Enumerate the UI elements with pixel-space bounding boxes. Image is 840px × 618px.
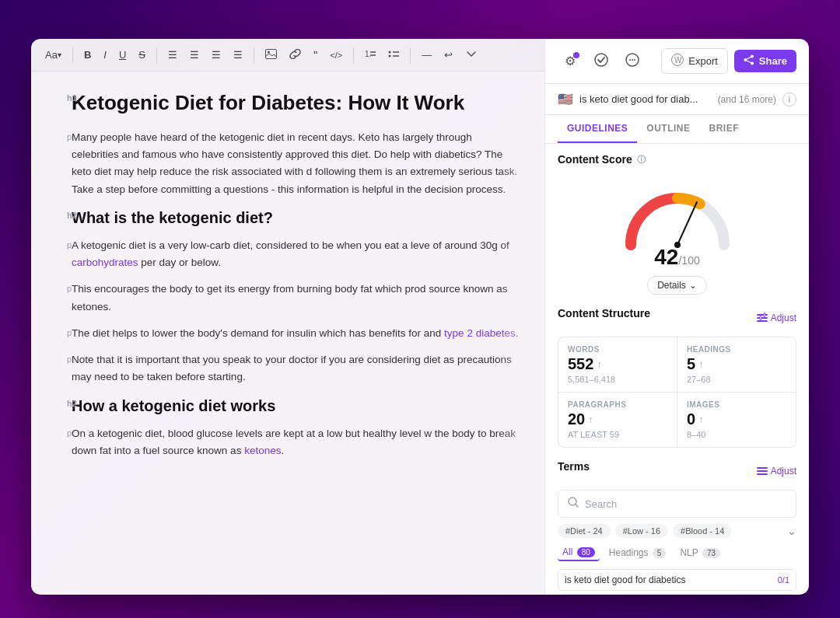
align-center-btn[interactable]: ☰	[185, 46, 204, 64]
p5-block: p Note that it is important that you spe…	[56, 351, 520, 386]
tab-brief[interactable]: BRIEF	[700, 115, 749, 143]
share-label: Share	[759, 55, 787, 67]
term-name-1: is keto diet good for diabetics	[565, 574, 685, 585]
headings-number: 5	[687, 355, 695, 373]
unordered-list-icon	[388, 49, 399, 61]
chat-btn[interactable]	[620, 49, 645, 74]
svg-point-6	[389, 54, 391, 57]
align-left-btn[interactable]: ☰	[163, 46, 182, 64]
terms-search-box[interactable]	[558, 490, 796, 518]
divider-3	[254, 47, 254, 63]
tag-diet[interactable]: #Diet - 24	[558, 524, 611, 538]
gauge-container: 42/100 Details ⌄	[558, 183, 796, 301]
svg-rect-0	[265, 49, 276, 58]
check-btn[interactable]	[589, 49, 614, 74]
filter-all-label: All	[562, 546, 572, 557]
paragraphs-value: 20 ↑	[568, 410, 667, 428]
main-title[interactable]: Ketogenic Diet for Diabetes: How It Work	[72, 90, 520, 117]
tab-outline[interactable]: OUTLINE	[637, 115, 699, 143]
paragraph-2[interactable]: A ketogenic diet is a very low-carb diet…	[72, 237, 520, 272]
ketones-link[interactable]: ketones	[244, 445, 281, 456]
svg-rect-27	[760, 316, 761, 320]
export-btn[interactable]: W Export	[661, 48, 728, 74]
words-value: 552 ↑	[568, 355, 667, 373]
more-btn[interactable]	[460, 45, 482, 65]
score-display: 42/100	[654, 245, 699, 270]
paragraph-5[interactable]: Note that it is important that you speak…	[72, 351, 520, 386]
words-number: 552	[568, 355, 593, 373]
divider-4	[353, 47, 354, 63]
details-btn[interactable]: Details ⌄	[647, 276, 707, 295]
panel-content: Content Score ⓘ 42/100	[545, 144, 809, 595]
filter-nlp-tab[interactable]: NLP 73	[675, 545, 725, 560]
settings-badge	[573, 52, 579, 58]
flag-icon: 🇺🇸	[558, 92, 573, 106]
unordered-list-btn[interactable]	[383, 46, 404, 65]
h2-1-title[interactable]: What is the ketogenic diet?	[72, 208, 520, 228]
p3-block: p This encourages the body to get its en…	[56, 281, 520, 316]
check-icon	[594, 53, 608, 70]
filter-headings-tab[interactable]: Headings 5	[604, 545, 671, 560]
type2-diabetes-link[interactable]: type 2 diabetes	[444, 327, 516, 339]
image-btn[interactable]	[261, 46, 282, 65]
paragraph-4[interactable]: The diet helps to lower the body's deman…	[72, 325, 520, 342]
redo-btn[interactable]: ↩	[439, 46, 457, 64]
svg-text:1.: 1.	[365, 50, 371, 58]
details-label: Details	[657, 280, 686, 291]
editor-content[interactable]: h1 Ketogenic Diet for Diabetes: How It W…	[31, 72, 544, 595]
svg-rect-28	[757, 467, 768, 469]
chevron-down-icon: ▾	[58, 51, 61, 59]
svg-point-5	[389, 51, 391, 53]
svg-rect-26	[764, 313, 765, 317]
share-btn[interactable]: Share	[734, 50, 796, 72]
words-arrow-icon: ↑	[597, 359, 601, 370]
headings-label: HEADINGS	[687, 345, 786, 354]
h2-2-title[interactable]: How a ketogenic diet works	[72, 396, 520, 416]
export-label: Export	[688, 55, 718, 67]
divider-2	[156, 47, 157, 63]
toolbar: Aa ▾ B I U S ☰ ☰ ☰ ☰ "	[31, 39, 544, 72]
tab-guidelines[interactable]: GUIDELINES	[558, 115, 637, 143]
align-right-btn[interactable]: ☰	[207, 46, 226, 64]
underline-btn[interactable]: U	[114, 46, 131, 64]
adjust-structure-btn[interactable]: Adjust	[757, 312, 796, 323]
h2-2-label: h2	[67, 399, 77, 408]
expand-tags-btn[interactable]: ⌄	[787, 525, 796, 537]
editor-panel: Aa ▾ B I U S ☰ ☰ ☰ ☰ "	[31, 39, 544, 595]
term-row-2[interactable]: keto diet for type 2 diabetes 1/7-10	[558, 594, 796, 595]
justify-btn[interactable]: ☰	[229, 46, 247, 64]
tag-low[interactable]: #Low - 16	[615, 524, 668, 538]
headings-value: 5 ↑	[687, 355, 786, 373]
settings-btn[interactable]: ⚙	[558, 49, 583, 74]
paragraph-6[interactable]: On a ketogenic diet, blood glucose level…	[72, 425, 520, 460]
ordered-list-btn[interactable]: 1.	[360, 46, 380, 65]
italic-btn[interactable]: I	[99, 46, 111, 64]
carbohydrates-link[interactable]: carbohydrates	[72, 257, 138, 268]
headings-stat: HEADINGS 5 ↑ 27–68	[677, 337, 796, 392]
strikethrough-btn[interactable]: S	[134, 46, 150, 64]
horizontal-rule-btn[interactable]: —	[417, 46, 436, 64]
link-btn[interactable]	[285, 46, 306, 65]
font-family-btn[interactable]: Aa ▾	[40, 46, 66, 64]
link-icon	[289, 49, 301, 61]
paragraph-3[interactable]: This encourages the body to get its ener…	[72, 281, 520, 316]
images-stat: IMAGES 0 ↑ 8–40	[677, 393, 796, 447]
term-row-1[interactable]: is keto diet good for diabetics 0/1	[558, 569, 796, 591]
quote-btn[interactable]: "	[309, 45, 322, 65]
terms-search-input[interactable]	[585, 498, 786, 510]
adjust-terms-btn[interactable]: Adjust	[757, 466, 796, 477]
tag-blood[interactable]: #Blood - 14	[673, 524, 732, 538]
terms-header: Terms Adjust	[558, 460, 796, 482]
images-range: 8–40	[687, 430, 786, 439]
info-icon[interactable]: i	[782, 93, 796, 106]
bold-btn[interactable]: B	[79, 46, 96, 64]
svg-line-32	[576, 505, 578, 507]
filter-all-tab[interactable]: All 80	[558, 544, 600, 561]
code-btn[interactable]: </>	[325, 47, 347, 63]
svg-point-17	[744, 58, 747, 61]
term-count-1: 0/1	[778, 575, 789, 585]
keyword-bar: 🇺🇸 is keto diet good for diab... (and 16…	[545, 84, 809, 115]
paragraph-1[interactable]: Many people have heard of the ketogenic …	[72, 129, 520, 198]
filter-tabs: All 80 Headings 5 NLP 73	[558, 544, 796, 561]
divider-1	[72, 47, 73, 63]
